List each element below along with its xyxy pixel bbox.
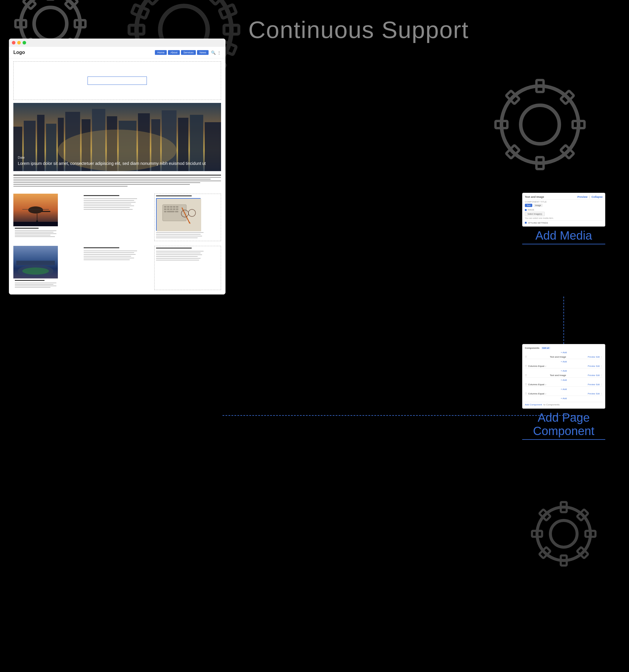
card-middle-2-title (84, 247, 119, 248)
svg-rect-68 (42, 211, 50, 212)
comp-more-4[interactable]: ⋮ (601, 383, 603, 386)
comp-more-5[interactable]: ⋮ (601, 393, 603, 395)
select-images-btn[interactable]: Select Image(s) (525, 212, 545, 216)
text-lines-section (9, 171, 226, 191)
text-line-6 (13, 184, 190, 185)
card-dashed-2 (154, 246, 221, 290)
mini-comp-tab-editall[interactable]: Edit all (541, 347, 551, 349)
comp-edit-1[interactable]: Edit (596, 356, 600, 358)
menu-icon[interactable]: ⋮ (217, 50, 221, 55)
connector-line-vertical (563, 296, 564, 344)
svg-rect-76 (167, 206, 169, 208)
mini-comp-header: Components Edit all (525, 347, 603, 349)
svg-rect-4 (75, 20, 86, 27)
hero-input-box[interactable] (88, 76, 147, 85)
svg-rect-36 (560, 145, 574, 158)
card-middle-2-body (84, 250, 150, 261)
svg-rect-85 (164, 211, 166, 212)
comp-drag-5[interactable]: ☰ (525, 392, 527, 395)
card-middle (84, 194, 150, 241)
comp-preview-2[interactable]: Preview (588, 365, 595, 367)
mini-tab-text[interactable]: Text (525, 204, 532, 207)
svg-rect-16 (209, 0, 226, 4)
comp-drag-1[interactable]: ☰ (525, 356, 527, 358)
city-date: Date (18, 156, 216, 159)
card-stadium (13, 246, 80, 290)
card-middle-title (84, 195, 119, 196)
mini-tab-image[interactable]: Image (533, 204, 543, 207)
mini-add-2[interactable]: + Add (525, 360, 603, 364)
mini-add-3[interactable]: + Add (525, 369, 603, 373)
nav-about[interactable]: About (168, 50, 180, 55)
site-logo: Logo (13, 50, 25, 55)
mini-preview-link[interactable]: Preview (577, 195, 587, 198)
comp-preview-3[interactable]: Preview (588, 374, 595, 377)
connector-line-horizontal (223, 415, 579, 416)
search-icon[interactable]: 🔍 (211, 50, 216, 55)
nav-home[interactable]: Home (155, 50, 167, 55)
comp-drag-4[interactable]: ☰ (525, 383, 527, 386)
text-line-2 (13, 177, 221, 178)
svg-rect-75 (164, 206, 166, 208)
mini-add-4[interactable]: + Add (525, 378, 603, 382)
text-line-5 (13, 183, 200, 183)
svg-rect-6 (65, 0, 77, 9)
svg-rect-5 (16, 20, 26, 27)
svg-rect-30 (536, 80, 543, 92)
svg-rect-86 (167, 211, 174, 212)
card-body (15, 231, 80, 237)
svg-rect-69 (22, 209, 49, 210)
comp-drag-3[interactable]: ☰ (525, 374, 527, 377)
svg-rect-79 (176, 206, 178, 208)
mini-add-6[interactable]: + Add (525, 397, 603, 400)
continuous-support-title: Continuous Support (248, 16, 469, 44)
comp-preview-1[interactable]: Preview (588, 356, 595, 358)
svg-rect-9 (23, 0, 36, 9)
browser-window: Logo Home About Services News 🔍 ⋮ (9, 39, 226, 294)
comp-more-3[interactable]: ⋮ (601, 374, 603, 377)
comp-edit-2[interactable]: Edit (596, 365, 600, 367)
comp-preview-4[interactable]: Preview (588, 383, 595, 386)
traffic-light-yellow[interactable] (17, 41, 21, 45)
svg-rect-37 (506, 91, 519, 104)
comp-row-2: ☰ Columns Equal ▱ Preview Edit ⋮ (525, 364, 603, 368)
nav-news[interactable]: News (197, 50, 209, 55)
svg-rect-81 (167, 209, 169, 210)
comp-more-1[interactable]: ⋮ (601, 356, 603, 358)
card-stadium-text (15, 279, 80, 290)
nav-services[interactable]: Services (181, 50, 196, 55)
add-component-btn[interactable]: Add Component (525, 403, 542, 406)
card-helicopter-img (13, 194, 58, 226)
comp-edit-3[interactable]: Edit (596, 374, 600, 377)
nav-icons: 🔍 ⋮ (211, 50, 221, 55)
svg-rect-14 (224, 25, 239, 34)
svg-rect-15 (129, 25, 144, 34)
mini-components-card: Components Edit all + Add ☰ Text and Ima… (522, 344, 605, 409)
svg-rect-72 (13, 222, 58, 226)
comp-row-5: ☰ Columns Equal ▱ Preview Edit ⋮ (525, 392, 603, 396)
right-panel-media: Text and Image Preview | Collapse COMPON… (522, 193, 605, 244)
card-keyboard (154, 194, 221, 241)
site-nav: Logo Home About Services News 🔍 ⋮ (9, 47, 226, 58)
mini-styling: STYLING SETTINGS (525, 220, 603, 224)
svg-rect-31 (536, 157, 543, 169)
traffic-light-green[interactable] (23, 41, 26, 45)
svg-rect-78 (173, 206, 176, 208)
comp-edit-5[interactable]: Edit (596, 393, 600, 395)
traffic-light-red[interactable] (12, 41, 16, 45)
card-middle-body (84, 198, 150, 211)
comp-more-2[interactable]: ⋮ (601, 365, 603, 367)
comp-preview-5[interactable]: Preview (588, 393, 595, 395)
svg-rect-82 (170, 209, 172, 210)
svg-point-1 (34, 7, 67, 40)
card-keyboard-body (156, 232, 219, 239)
text-line-4 (13, 181, 221, 181)
card-middle-2 (84, 246, 150, 290)
mini-add-top[interactable]: + Add (525, 351, 603, 354)
mini-collapse-link[interactable]: Collapse (591, 195, 603, 198)
svg-rect-87 (175, 211, 178, 212)
comp-drag-2[interactable]: ☰ (525, 365, 527, 367)
comp-edit-4[interactable]: Edit (596, 383, 600, 386)
mini-add-5[interactable]: + Add (525, 387, 603, 391)
card-helicopter (13, 194, 80, 241)
